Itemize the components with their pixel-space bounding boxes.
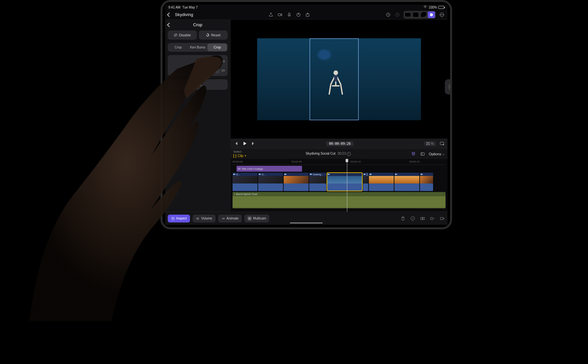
- camera-icon: [421, 173, 423, 176]
- camera-icon[interactable]: [277, 12, 283, 18]
- share-icon[interactable]: [268, 12, 274, 18]
- clip-thumbnail: [233, 176, 257, 183]
- video-clip[interactable]: [394, 173, 419, 191]
- options-button[interactable]: Options ⌄: [429, 152, 445, 156]
- clip-thumbnail: [420, 176, 433, 183]
- history-icon[interactable]: [385, 12, 391, 18]
- seg-crop-active[interactable]: Crop: [207, 44, 227, 51]
- multicam-button[interactable]: Multicam: [244, 215, 269, 222]
- waveform: [233, 196, 446, 208]
- video-clip[interactable]: [420, 173, 433, 191]
- main-area: Crop Disable Reset Crop Ken Burns: [165, 20, 447, 212]
- svg-point-36: [222, 218, 223, 219]
- reset-button[interactable]: Reset: [199, 30, 228, 40]
- video-clip[interactable]: G...: [258, 173, 283, 191]
- insert-icon[interactable]: [430, 216, 435, 221]
- disable-button[interactable]: Disable: [168, 30, 197, 40]
- clip-label: G...: [233, 173, 257, 176]
- video-track: G...G...Gearing...Chutes Dep: [233, 173, 446, 191]
- svg-point-0: [425, 8, 426, 8]
- timeline[interactable]: 00:00:00 00:00:05 00:00:10 00:00:15 Titl…: [231, 159, 447, 212]
- video-clip[interactable]: [327, 173, 362, 191]
- mic-icon[interactable]: [286, 12, 292, 18]
- title-clip[interactable]: Title Over Footage: [237, 166, 302, 172]
- inspect-label: Inspect: [176, 217, 187, 220]
- video-clip[interactable]: Chutes Dep: [363, 173, 368, 191]
- svg-point-15: [442, 14, 442, 15]
- clip-label: Chutes Dep: [363, 173, 368, 176]
- split-icon[interactable]: [420, 216, 425, 221]
- audio-track[interactable]: ♪ Burnt Hybrid Trust: [233, 192, 446, 208]
- zoom-value[interactable]: 21 %: [424, 141, 436, 146]
- display-options-icon[interactable]: [440, 141, 444, 146]
- clip-body: [420, 183, 433, 191]
- overwrite-icon[interactable]: [440, 216, 445, 221]
- export-icon[interactable]: [305, 12, 311, 18]
- chevron-down-icon: ▾: [245, 154, 246, 157]
- svg-point-21: [443, 144, 444, 145]
- svg-point-9: [414, 13, 415, 15]
- photo-icon[interactable]: [412, 11, 419, 18]
- checkmark-icon[interactable]: [410, 216, 415, 221]
- layers-icon[interactable]: [420, 11, 427, 18]
- camera-icon: [395, 173, 397, 176]
- more-icon[interactable]: [439, 12, 445, 18]
- ruler-mark: 00:00:15: [409, 160, 420, 163]
- svg-point-18: [333, 70, 338, 75]
- width-value[interactable]: 1502: [204, 58, 219, 64]
- video-clip[interactable]: G...: [233, 173, 257, 191]
- svg-rect-39: [250, 217, 251, 218]
- clip-body: [394, 183, 419, 191]
- height-value[interactable]: 0: [204, 67, 219, 73]
- animate-label: Animate: [227, 217, 239, 220]
- screen: 9:41 AM Tue May 7 100% Skydiving: [165, 5, 447, 225]
- clip-thumbnail: [327, 176, 362, 183]
- volume-button[interactable]: Volume: [193, 215, 215, 222]
- timecode-display[interactable]: 00:00:09:26: [326, 141, 353, 146]
- video-clip[interactable]: Gearing...: [309, 173, 326, 191]
- svg-rect-29: [364, 173, 365, 175]
- jog-dial[interactable]: [445, 79, 452, 94]
- clip-thumbnail: [309, 176, 326, 183]
- magnetic-icon[interactable]: [410, 151, 416, 157]
- clip-body: [327, 183, 362, 191]
- captions-icon[interactable]: [404, 11, 411, 18]
- ruler-mark: 00:00:00: [233, 160, 243, 163]
- inspector-toggle-icon[interactable]: [428, 11, 435, 18]
- start-button[interactable]: Start: [168, 79, 228, 90]
- ruler-mark: 00:00:05: [292, 160, 302, 163]
- crop-mode-segment: Crop Ken Burns Crop: [168, 43, 228, 52]
- back-button[interactable]: [167, 12, 172, 17]
- inspector-back-button[interactable]: [167, 22, 172, 27]
- info-icon[interactable]: i: [347, 152, 351, 156]
- camera-icon: [328, 173, 330, 176]
- svg-rect-27: [310, 173, 311, 175]
- inspector-header: Crop: [168, 22, 228, 27]
- battery-icon: [438, 6, 444, 9]
- timeline-ruler[interactable]: 00:00:00 00:00:05 00:00:10 00:00:15: [233, 160, 446, 165]
- marker-icon[interactable]: [295, 12, 301, 18]
- camera-icon: [233, 173, 236, 176]
- snap-icon[interactable]: [420, 151, 426, 157]
- clip-thumbnail: [394, 176, 419, 183]
- clip-label: Clip: [237, 154, 243, 158]
- animate-button[interactable]: Animate: [218, 215, 242, 222]
- preview-viewer[interactable]: [231, 20, 447, 139]
- play-button[interactable]: [242, 141, 247, 146]
- timeline-project-title: Skydiving Social Cut 00:23 i: [249, 152, 407, 156]
- redo-icon[interactable]: [394, 12, 400, 18]
- prev-frame-icon[interactable]: [234, 141, 238, 146]
- inspect-button[interactable]: Inspect: [168, 215, 190, 222]
- video-clip[interactable]: [369, 173, 394, 191]
- video-clip[interactable]: [284, 173, 309, 191]
- seg-crop[interactable]: Crop: [168, 44, 188, 51]
- camera-icon: [284, 173, 287, 176]
- height-field: 0 px: [170, 67, 225, 73]
- svg-rect-30: [370, 173, 371, 175]
- playhead[interactable]: [347, 159, 347, 212]
- home-indicator[interactable]: [290, 222, 323, 223]
- trash-icon[interactable]: [400, 216, 406, 221]
- next-frame-icon[interactable]: [251, 141, 256, 146]
- seg-ken-burns[interactable]: Ken Burns: [188, 44, 208, 51]
- clip-indicator[interactable]: [ ] Clip ▾: [233, 154, 246, 158]
